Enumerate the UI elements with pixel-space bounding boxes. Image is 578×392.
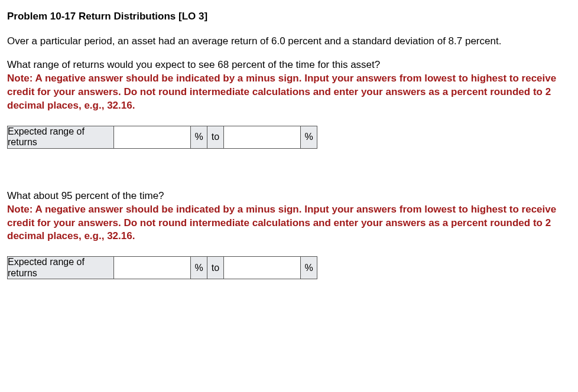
answer-input-2-high[interactable] bbox=[224, 257, 300, 279]
percent-unit-1a: % bbox=[191, 126, 207, 148]
answer-input-2-low[interactable] bbox=[114, 257, 190, 279]
answer-input-cell-2-low bbox=[114, 257, 191, 279]
answer-input-cell-2-high bbox=[224, 257, 301, 279]
question-2-text: What about 95 percent of the time? bbox=[7, 190, 571, 202]
to-label-2: to bbox=[207, 257, 224, 279]
answer-label-1: Expected range of returns bbox=[8, 126, 114, 148]
answer-input-cell-1-low bbox=[114, 126, 191, 148]
answer-label-2: Expected range of returns bbox=[8, 257, 114, 279]
answer-table-2: Expected range of returns % to % bbox=[7, 256, 317, 279]
answer-table-1: Expected range of returns % to % bbox=[7, 126, 317, 149]
table-row: Expected range of returns % to % bbox=[8, 257, 317, 279]
question-2-note: Note: A negative answer should be indica… bbox=[7, 203, 571, 244]
question-1-note: Note: A negative answer should be indica… bbox=[7, 72, 571, 113]
percent-unit-2a: % bbox=[191, 257, 207, 279]
answer-input-1-high[interactable] bbox=[224, 126, 300, 148]
answer-input-cell-1-high bbox=[224, 126, 301, 148]
answer-input-1-low[interactable] bbox=[114, 126, 190, 148]
problem-title: Problem 10-17 Return Distributions [LO 3… bbox=[7, 11, 571, 22]
percent-unit-1b: % bbox=[301, 126, 317, 148]
table-row: Expected range of returns % to % bbox=[8, 126, 317, 148]
question-1-text: What range of returns would you expect t… bbox=[7, 59, 571, 71]
percent-unit-2b: % bbox=[301, 257, 317, 279]
problem-intro: Over a particular period, an asset had a… bbox=[7, 35, 571, 47]
to-label-1: to bbox=[207, 126, 224, 148]
